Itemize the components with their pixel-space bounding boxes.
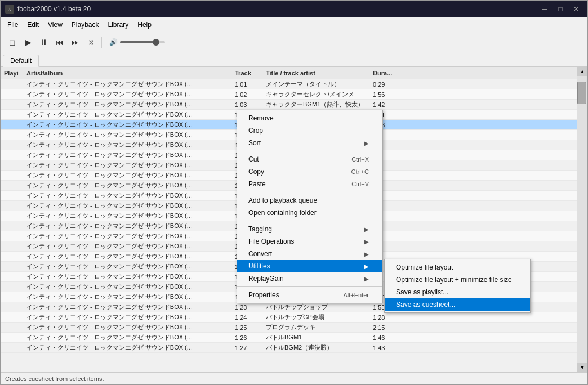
context-menu-item-label: Cut — [248, 155, 259, 163]
row-playing — [1, 297, 23, 298]
scrollbar-down-button[interactable]: ▼ — [577, 363, 587, 372]
scrollbar-up-button[interactable]: ▲ — [577, 67, 587, 76]
row-track: 1.25 — [231, 324, 262, 332]
context-menu-item-label: Copy — [248, 168, 264, 176]
play-button[interactable]: ▶ — [21, 35, 35, 50]
context-menu-item-paste[interactable]: PasteCtrl+V — [237, 178, 382, 190]
row-playing — [1, 226, 23, 227]
next-button[interactable]: ⏭ — [68, 35, 83, 50]
col-header-track: Track — [231, 69, 262, 78]
title-bar-left: ♫ foobar2000 v1.4 beta 20 — [5, 5, 91, 14]
menu-library[interactable]: Library — [104, 20, 133, 30]
table-row[interactable]: インティ・クリエイツ - ロックマンエグゼ サウンドBOX (... 1.26 … — [1, 333, 587, 343]
row-artist: インティ・クリエイツ - ロックマンエグゼ サウンドBOX (... — [23, 282, 231, 292]
table-row[interactable]: インティ・クリエイツ - ロックマンエグゼ サウンドBOX (... 1.27 … — [1, 343, 587, 353]
context-menu-item-label: Remove — [248, 114, 274, 122]
row-artist: インティ・クリエイツ - ロックマンエグゼ サウンドBOX (... — [23, 110, 231, 119]
submenu-item-saveasplaylist[interactable]: Save as playlist... — [385, 286, 530, 298]
submenu-arrow-icon: ▶ — [364, 226, 369, 232]
table-row[interactable]: インティ・クリエイツ - ロックマンエグゼ サウンドBOX (... 1.01 … — [1, 79, 587, 89]
table-row[interactable]: インティ・クリエイツ - ロックマンエグゼ サウンドBOX (... 1.25 … — [1, 323, 587, 333]
menu-file[interactable]: File — [3, 20, 23, 30]
row-artist: インティ・クリエイツ - ロックマンエグゼ サウンドBOX (... — [23, 333, 231, 342]
context-menu-separator — [237, 286, 382, 287]
menu-playback[interactable]: Playback — [67, 20, 104, 30]
scrollbar-thumb[interactable] — [577, 82, 586, 104]
row-artist: インティ・クリエイツ - ロックマンエグゼ サウンドBOX (... — [23, 89, 231, 99]
context-menu-item-tagging[interactable]: Tagging▶ — [237, 223, 382, 235]
prev-button[interactable]: ⏮ — [52, 35, 67, 50]
scrollbar[interactable]: ▲ ▼ — [577, 67, 587, 372]
row-track: 1.23 — [231, 303, 262, 311]
volume-track[interactable] — [120, 41, 165, 43]
volume-thumb[interactable] — [153, 39, 159, 46]
context-menu-item-cut[interactable]: CutCtrl+X — [237, 153, 382, 165]
submenu-item-optimizefilelayout[interactable]: Optimize file layout — [385, 261, 530, 274]
context-menu-item-label: File Operations — [248, 238, 294, 245]
context-menu-item-remove[interactable]: Remove — [237, 112, 382, 124]
row-playing — [1, 185, 23, 186]
minimize-button[interactable]: ─ — [538, 3, 551, 15]
row-artist: インティ・クリエイツ - ロックマンエグゼ サウンドBOX (... — [23, 252, 231, 261]
pause-button[interactable]: ⏸ — [37, 35, 51, 50]
context-menu-item-label: Paste — [248, 180, 266, 188]
context-menu-separator — [237, 221, 382, 221]
context-menu-item-sort[interactable]: Sort▶ — [237, 137, 382, 149]
row-track: 1.01 — [231, 80, 262, 88]
row-artist: インティ・クリエイツ - ロックマンエグゼ サウンドBOX (... — [23, 343, 231, 352]
context-menu-item-copy[interactable]: CopyCtrl+C — [237, 165, 382, 178]
row-playing — [1, 307, 23, 308]
row-track: 1.03 — [231, 101, 262, 109]
row-artist: インティ・クリエイツ - ロックマンエグゼ サウンドBOX (... — [23, 171, 231, 180]
row-artist: インティ・クリエイツ - ロックマンエグゼ サウンドBOX (... — [23, 312, 231, 322]
context-menu-item-convert[interactable]: Convert▶ — [237, 248, 382, 260]
row-duration: 0:29 — [369, 80, 403, 88]
context-menu-item-utilities[interactable]: Utilities▶ — [237, 260, 382, 272]
table-row[interactable]: インティ・クリエイツ - ロックマンエグゼ サウンドBOX (... 1.24 … — [1, 312, 587, 323]
window-controls: ─ □ ✕ — [538, 3, 583, 15]
tab-default[interactable]: Default — [3, 55, 39, 67]
scrollbar-track[interactable] — [577, 76, 587, 363]
context-menu-item-label: Properties — [248, 291, 279, 299]
row-artist: インティ・クリエイツ - ロックマンエグゼ サウンドBOX (... — [23, 201, 231, 211]
table-row[interactable]: インティ・クリエイツ - ロックマンエグゼ サウンドBOX (... 1.03 … — [1, 100, 587, 110]
stop-button[interactable]: ◻ — [5, 35, 20, 50]
main-window: ♫ foobar2000 v1.4 beta 20 ─ □ ✕ File Edi… — [0, 0, 588, 385]
context-menu-item-replaygain[interactable]: ReplayGain▶ — [237, 272, 382, 285]
context-menu-item-open-containing-folder[interactable]: Open containing folder — [237, 207, 382, 219]
row-track: 1.27 — [231, 344, 262, 352]
table-row[interactable]: インティ・クリエイツ - ロックマンエグゼ サウンドBOX (... 1.02 … — [1, 89, 587, 100]
row-artist: インティ・クリエイツ - ロックマンエグゼ サウンドBOX (... — [23, 272, 231, 281]
context-menu-item-crop[interactable]: Crop — [237, 124, 382, 137]
col-header-duration: Dura... — [369, 69, 403, 78]
random-button[interactable]: ⤮ — [84, 35, 99, 50]
row-title: バトルBGM2（連決勝） — [262, 343, 369, 352]
close-button[interactable]: ✕ — [569, 3, 583, 15]
row-playing — [1, 135, 23, 136]
row-title: キャラクターセレクト/メインメ — [262, 89, 369, 99]
row-artist: インティ・クリエイツ - ロックマンエグゼ サウンドBOX (... — [23, 302, 231, 312]
row-title: バトルBGM1 — [262, 333, 369, 342]
col-header-title: Title / track artist — [262, 69, 369, 78]
row-artist: インティ・クリエイツ - ロックマンエグゼ サウンドBOX (... — [23, 221, 231, 231]
row-duration: 1:28 — [369, 314, 403, 321]
volume-slider[interactable]: 🔊 — [109, 38, 165, 46]
row-title: バトルチップショップ — [262, 302, 369, 312]
row-track: 1.26 — [231, 334, 262, 342]
menu-edit[interactable]: Edit — [23, 20, 43, 30]
context-menu-item-file-operations[interactable]: File Operations▶ — [237, 235, 382, 248]
context-menu-item-label: Convert — [248, 250, 272, 258]
row-duration: 1:42 — [369, 101, 403, 109]
context-menu-item-label: Sort — [248, 139, 261, 147]
menu-view[interactable]: View — [43, 20, 67, 30]
maximize-button[interactable]: □ — [554, 3, 567, 15]
row-artist: インティ・クリエイツ - ロックマンエグゼ サウンドBOX (... — [23, 262, 231, 271]
menu-help[interactable]: Help — [133, 20, 156, 30]
submenu-item-saveascuesheet[interactable]: Save as cuesheet... — [385, 298, 530, 311]
submenu-item-optimizefilelayoutminimizefilesize[interactable]: Optimize file layout + minimize file siz… — [385, 274, 530, 286]
context-menu-item-add-to-playback-queue[interactable]: Add to playback queue — [237, 194, 382, 207]
row-artist: インティ・クリエイツ - ロックマンエグゼ サウンドBOX (... — [23, 79, 231, 89]
row-artist: インティ・クリエイツ - ロックマンエグゼ サウンドBOX (... — [23, 323, 231, 332]
context-menu-item-properties[interactable]: PropertiesAlt+Enter — [237, 289, 382, 301]
context-menu: RemoveCropSort▶CutCtrl+XCopyCtrl+CPasteC… — [237, 110, 383, 303]
